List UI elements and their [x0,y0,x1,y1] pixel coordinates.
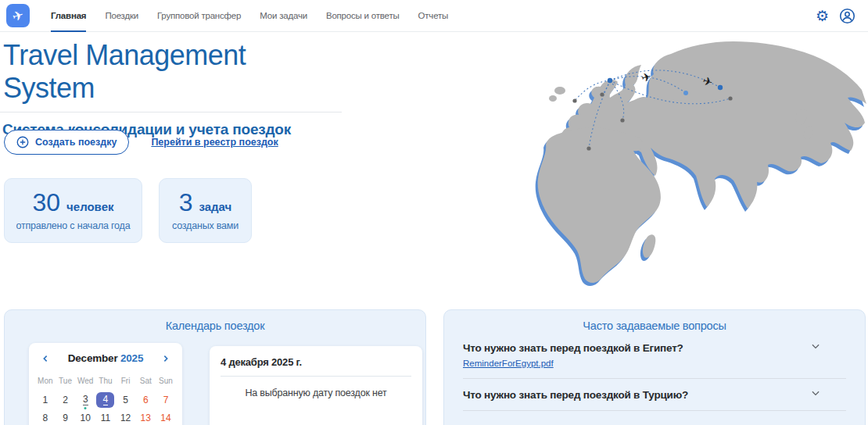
calendar-header: December 2025 [35,351,176,364]
faq-chevron[interactable] [810,388,821,402]
actions-row: Создать поездку Перейти в реестр поездок [4,130,278,155]
faq-attachment-link[interactable]: ReminderForEgypt.pdf [463,359,554,368]
city-dot [728,96,732,100]
nav-item-group-transfer[interactable]: Групповой трансфер [157,0,241,32]
navbar: ✈ ГлавнаяПоездкиГрупповой трансферМои за… [0,0,868,32]
faq-question-row[interactable]: Что нужно знать перед поездкой в Египет? [463,341,846,355]
calendar-day-14[interactable]: 14 [156,410,174,425]
create-trip-button[interactable]: Создать поездку [4,130,129,155]
user-profile-icon[interactable] [839,8,855,24]
calendar-weekdays: MonTueWedThuFriSatSun [35,377,176,385]
city-dot [572,98,576,102]
stat-value: 30 [32,190,60,215]
title-divider [0,112,342,112]
stat-unit: человек [66,200,113,213]
chevron-left-icon [41,355,49,362]
calendar-month: December [68,352,118,364]
calendar-day-13[interactable]: 13 [137,410,155,425]
nav-item-trips[interactable]: Поездки [105,0,138,32]
world-map: ✈ ✈ [516,35,868,293]
stat-card-people[interactable]: 30человекотправлено с начала года [4,178,142,243]
calendar-day-6[interactable]: 6 [137,392,155,408]
airplane-icon: ✈ [11,8,26,24]
calendar-next-button[interactable] [160,353,171,364]
calendar-day-7[interactable]: 7 [156,392,174,408]
calendar-day-4[interactable]: 4 [96,392,114,408]
nav-right: ⚙ [816,0,855,32]
day-number: 11 [101,413,110,423]
nav-item-home[interactable]: Главная [51,0,86,32]
day-number: 13 [141,413,151,423]
stat-top: 30человек [32,190,113,215]
faq-question-row[interactable]: Что нужно знать перед поездкой в Турцию? [463,388,846,402]
weekday-label: Tue [59,377,72,385]
calendar-day-10[interactable]: 10 [77,410,95,425]
day-number: 2 [63,395,68,405]
stat-top: 3задач [179,190,232,215]
chevron-down-icon [810,341,821,352]
hero: Travel Management System Система консоли… [0,39,342,138]
day-number: 12 [120,413,131,423]
weekday-label: Sun [159,377,173,385]
stat-card-tasks[interactable]: 3задачсозданых вами [159,178,252,243]
origin-dot [608,78,612,83]
chevron-right-icon [162,355,170,362]
faq-item-1: Что нужно знать перед поездкой в Турцию? [463,388,846,411]
trip-registry-link[interactable]: Перейти в реестр поездок [151,137,278,148]
calendar-day-3[interactable]: 3 [77,392,95,408]
stat-caption: отправлено с начала года [16,220,131,231]
stats-row: 30человекотправлено с начала года3задачс… [4,178,252,243]
faq-item-0: Что нужно знать перед поездкой в Египет?… [463,341,846,379]
faq-chevron[interactable] [810,341,821,355]
faq-panel-title: Часто задаваемые вопросы [444,320,865,332]
nav-item-my-tasks[interactable]: Мои задачи [260,0,307,32]
travel-management-app: ✈ ГлавнаяПоездкиГрупповой трансферМои за… [0,0,868,425]
calendar-prev-button[interactable] [40,353,51,364]
calendar-day-5[interactable]: 5 [117,392,135,408]
faq-divider [463,410,846,411]
nav-item-reports[interactable]: Отчеты [418,0,449,32]
nav-item-faq[interactable]: Вопросы и ответы [326,0,400,32]
faq-question: Что нужно знать перед поездкой в Египет? [463,342,683,354]
city-dot [586,146,590,150]
calendar-day-9[interactable]: 9 [56,410,74,425]
day-number: 8 [43,413,48,423]
chevron-down-icon [810,388,821,398]
plus-circle-icon [16,136,29,148]
weekday-label: Thu [99,377,112,385]
calendar-days-grid: 1234567891011121314 [35,392,176,425]
day-details-divider [221,376,411,377]
page-title: Travel Management System [0,39,342,105]
gear-icon[interactable]: ⚙ [816,9,829,23]
app-logo[interactable]: ✈ [6,4,30,27]
city-dot [620,118,624,122]
day-number: 6 [143,395,149,405]
city-dot [718,85,723,90]
calendar-day-12[interactable]: 12 [117,410,135,425]
day-number: 1 [43,395,48,405]
calendar-day-11[interactable]: 11 [96,410,114,425]
day-details-card: 4 декабря 2025 г. На выбранную дату поез… [210,346,422,425]
calendar-widget: December 2025 MonTueWedThuFriSatSun 1234… [29,343,182,425]
day-number: 14 [160,413,170,423]
day-number: 9 [63,413,68,423]
stat-value: 3 [179,190,193,215]
faq-panel: Часто задаваемые вопросы Что нужно знать… [443,309,866,425]
calendar-day-8[interactable]: 8 [36,410,54,425]
calendar-day-1[interactable]: 1 [36,392,54,408]
calendar-panel: Календарь поездок December 2025 MonTueWe… [4,309,426,425]
weekday-label: Wed [77,377,93,385]
day-number: 5 [123,395,128,405]
airplane-icon: ✈ [640,70,652,85]
day-number: 10 [81,413,91,423]
calendar-day-2[interactable]: 2 [56,392,74,408]
day-number: 7 [163,395,169,405]
faq-divider [463,378,846,379]
day-number: 3 [83,395,88,405]
calendar-month-label: December 2025 [68,352,143,364]
city-dot [683,91,688,95]
weekday-label: Fri [121,377,131,385]
weekday-label: Sat [140,377,152,385]
stat-caption: созданых вами [172,220,239,231]
nav-items: ГлавнаяПоездкиГрупповой трансферМои зада… [51,0,448,32]
